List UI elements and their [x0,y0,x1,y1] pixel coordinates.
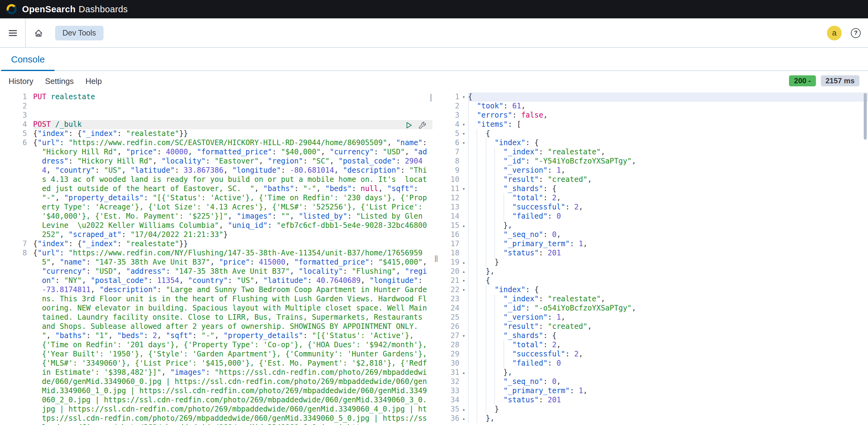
response-line-number: 6 [440,138,459,148]
response-line-number: 24 [440,304,459,313]
request-line-number: 4 [0,120,33,129]
indent-guide [477,175,486,184]
indent-guide [468,285,477,295]
help-icon[interactable]: ? [851,28,861,38]
fold-toggle-icon[interactable]: ▴ [459,414,468,423]
fold-toggle-icon[interactable]: ▴ [459,267,468,276]
response-line: 32"_seq_no": 0, [440,377,868,386]
fold-spacer [459,102,468,111]
response-line-number: 31 [440,368,459,377]
indent-guide [503,203,513,212]
request-line-text[interactable]: {"url": "https://www.redfin.com/SC/EASTO… [33,138,432,239]
response-line: 30"failed": 0 [440,359,868,368]
tab-console[interactable]: Console [1,48,55,71]
request-line-text[interactable]: {"url": "https://www.redfin.com/NY/Flush… [33,249,432,425]
request-line-text[interactable] [33,111,432,120]
request-editor-panel[interactable]: 1PUT realestate234POST /_bulk5{"index": … [0,91,432,425]
console-editor-area: 1PUT realestate234POST /_bulk5{"index": … [0,91,868,425]
response-line-text: "status": 201 [468,396,868,405]
home-button[interactable] [26,19,52,47]
menu-item-settings[interactable]: Settings [45,76,74,86]
indent-guide [495,249,503,258]
opensearch-logo[interactable]: OpenSearchDashboards [6,4,128,15]
fold-spacer [459,249,468,258]
indent-guide [495,359,503,368]
request-line-text[interactable]: {"index": {"_index": "realestate"}} [33,239,432,249]
response-line-text: { [468,129,868,138]
response-line-text: "_seq_no": 0, [468,230,868,239]
request-options-button[interactable] [418,121,426,129]
fold-toggle-icon[interactable]: ▾ [459,285,468,295]
fold-toggle-icon[interactable]: ▾ [459,129,468,138]
indent-guide [468,102,477,111]
request-line[interactable]: 5{"index": {"_index": "realestate"}} [0,129,432,138]
fold-spacer [459,175,468,184]
request-line[interactable]: 7{"index": {"_index": "realestate"}} [0,239,432,249]
response-line-text: "_primary_term": 1, [468,239,868,249]
fold-toggle-icon[interactable]: ▾ [459,184,468,194]
fold-toggle-icon[interactable]: ▴ [459,221,468,230]
indent-guide [495,295,503,304]
hamburger-menu-button[interactable] [0,19,26,47]
fold-toggle-icon[interactable]: ▴ [459,368,468,377]
response-line-text: } [468,258,868,267]
response-line: 26"result": "created", [440,322,868,331]
menu-item-history[interactable]: History [8,76,33,86]
fold-toggle-icon[interactable]: ▴ [459,405,468,414]
fold-toggle-icon[interactable]: ▾ [459,276,468,285]
indent-guide [495,239,503,249]
fold-toggle-icon[interactable]: ▾ [459,331,468,340]
request-line[interactable]: 2 [0,102,432,111]
breadcrumb-dev-tools[interactable]: Dev Tools [55,25,103,40]
request-scrollbar-thumb[interactable] [430,94,432,102]
request-line-text[interactable]: PUT realestate [33,93,432,102]
home-icon [34,28,43,38]
response-line-text: "result": "created", [468,175,868,184]
request-line-text[interactable] [33,102,432,111]
indent-guide [495,377,503,386]
fold-spacer [459,212,468,221]
indent-guide [486,340,495,350]
response-line-number: 1 [440,93,459,102]
menu-item-help[interactable]: Help [86,76,102,86]
fold-toggle-icon[interactable]: ▴ [459,258,468,267]
fold-spacer [459,230,468,239]
request-line[interactable]: 1PUT realestate [0,93,432,102]
response-line-text: "_primary_term": 1, [468,386,868,396]
indent-guide [477,295,486,304]
request-line-text[interactable]: {"index": {"_index": "realestate"}} [33,129,432,138]
request-line[interactable]: 8{"url": "https://www.redfin.com/NY/Flus… [0,249,432,425]
response-line: 25"_version": 1, [440,313,868,322]
fold-toggle-icon[interactable]: ▾ [459,138,468,148]
request-line[interactable]: 3 [0,111,432,120]
request-line[interactable]: 4POST /_bulk [0,120,432,129]
fold-spacer [459,313,468,322]
request-line[interactable]: 6{"url": "https://www.redfin.com/SC/EAST… [0,138,432,239]
indent-guide [495,166,503,175]
indent-guide [477,184,486,194]
response-line-number: 30 [440,359,459,368]
fold-toggle-icon[interactable]: ▾ [459,120,468,129]
indent-guide [468,138,477,148]
request-line-text[interactable]: POST /_bulk [33,120,432,129]
console-menu-bar: History Settings Help 200 - 2157 ms [0,71,868,91]
response-line-number: 11 [440,184,459,194]
fold-spacer [459,386,468,396]
request-line-number: 6 [0,138,33,148]
indent-guide [477,129,486,138]
user-avatar[interactable]: a [827,25,842,40]
indent-guide [468,405,477,414]
response-line-number: 8 [440,157,459,166]
send-request-button[interactable] [405,121,413,129]
indent-guide [468,111,477,120]
response-panel[interactable]: 1▾{2"took": 61,3"errors": false,4▾"items… [440,91,868,425]
panel-resizer[interactable]: ‖ [432,91,440,425]
fold-toggle-icon[interactable]: ▾ [459,93,468,102]
response-scrollbar-thumb[interactable] [864,93,867,140]
indent-guide [477,368,486,377]
indent-guide [468,359,477,368]
indent-guide [468,377,477,386]
fold-spacer [459,166,468,175]
indent-guide [495,350,503,359]
response-line-text: "_shards": { [468,184,868,194]
